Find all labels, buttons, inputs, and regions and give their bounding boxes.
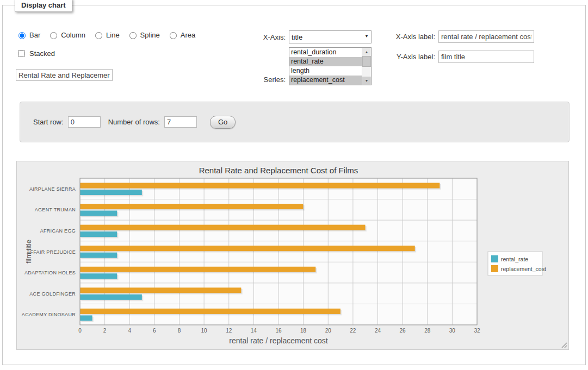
svg-text:AIRPLANE SIERRA: AIRPLANE SIERRA <box>29 186 76 192</box>
svg-text:ADAPTATION HOLES: ADAPTATION HOLES <box>24 270 76 275</box>
x-axis-label-input[interactable] <box>438 30 534 43</box>
series-option-replacement_cost[interactable]: replacement_cost <box>289 76 362 85</box>
svg-text:rental_rate: rental_rate <box>501 256 528 262</box>
chart-panel: 02468101214161820222426283032AIRPLANE SI… <box>16 161 569 350</box>
series-row: Series: rental_durationrental_ratelength… <box>220 47 372 85</box>
num-rows-label: Number of rows: <box>108 118 160 126</box>
display-chart-legend: Display chart <box>15 0 72 12</box>
rows-panel: Start row: Number of rows: Go <box>20 102 570 142</box>
svg-text:AFRICAN EGG: AFRICAN EGG <box>40 228 76 234</box>
series-label: Series: <box>220 76 286 85</box>
chart-type-radio-spline[interactable] <box>129 32 137 39</box>
chart-type-radio-area[interactable] <box>170 32 177 39</box>
svg-text:10: 10 <box>201 328 208 334</box>
x-axis-row: X-Axis: title ▼ <box>220 30 372 43</box>
svg-text:rental rate / replacement cost: rental rate / replacement cost <box>229 336 327 345</box>
svg-text:ACE GOLDFINGER: ACE GOLDFINGER <box>29 291 76 297</box>
display-chart-fieldset: Display chart BarColumnLineSplineArea St… <box>2 5 586 365</box>
chart-type-option-column[interactable]: Column <box>47 30 85 39</box>
svg-text:26: 26 <box>400 328 406 334</box>
start-row-label: Start row: <box>33 118 64 126</box>
y-axis-label-input[interactable] <box>438 51 534 63</box>
x-axis-label-row: X-Axis label: <box>351 30 534 43</box>
y-axis-label-field-label: Y-Axis label: <box>351 53 435 61</box>
chart-type-option-line[interactable]: Line <box>92 30 120 39</box>
svg-text:AFFAIR PREJUDICE: AFFAIR PREJUDICE <box>27 249 76 255</box>
stacked-checkbox[interactable] <box>18 50 25 57</box>
scroll-down-icon[interactable]: ▼ <box>362 77 371 85</box>
svg-text:2: 2 <box>103 328 107 334</box>
svg-text:22: 22 <box>350 328 356 334</box>
start-row-input[interactable] <box>68 116 101 128</box>
page: Display chart BarColumnLineSplineArea St… <box>0 0 588 370</box>
chart-canvas: 02468101214161820222426283032AIRPLANE SI… <box>17 161 568 349</box>
chart-type-option-area[interactable]: Area <box>167 30 195 39</box>
stacked-row: Stacked <box>16 48 55 59</box>
chart-type-radio-bar[interactable] <box>18 32 26 39</box>
svg-text:film title: film title <box>24 240 33 264</box>
svg-text:14: 14 <box>251 328 257 334</box>
svg-text:18: 18 <box>300 328 307 334</box>
x-axis-label: X-Axis: <box>220 33 286 41</box>
svg-text:12: 12 <box>226 328 232 334</box>
svg-text:30: 30 <box>449 328 456 334</box>
svg-text:8: 8 <box>178 328 181 334</box>
y-axis-label-row: Y-Axis label: <box>351 51 534 63</box>
svg-text:4: 4 <box>128 328 131 334</box>
chart-type-radio-line[interactable] <box>95 32 102 39</box>
chart-title-input[interactable] <box>16 69 113 81</box>
chart-type-option-bar[interactable]: Bar <box>16 30 40 39</box>
resize-handle-icon[interactable] <box>561 342 568 349</box>
svg-text:16: 16 <box>275 328 282 334</box>
svg-text:0: 0 <box>78 328 82 334</box>
chart-type-radios: BarColumnLineSplineArea <box>16 30 195 39</box>
svg-text:ACADEMY DINOSAUR: ACADEMY DINOSAUR <box>22 312 76 317</box>
go-button[interactable]: Go <box>210 116 236 129</box>
svg-text:Rental Rate and Replacement Co: Rental Rate and Replacement Cost of Film… <box>199 166 358 175</box>
svg-text:AGENT TRUMAN: AGENT TRUMAN <box>35 207 76 212</box>
series-option-length[interactable]: length <box>289 66 362 76</box>
svg-text:24: 24 <box>375 328 381 334</box>
chart-type-option-spline[interactable]: Spline <box>127 30 160 39</box>
svg-text:28: 28 <box>424 328 431 334</box>
svg-text:32: 32 <box>474 328 480 334</box>
svg-text:20: 20 <box>325 328 332 334</box>
x-axis-label-field-label: X-Axis label: <box>351 33 435 41</box>
chart-type-radio-column[interactable] <box>50 32 57 39</box>
svg-text:6: 6 <box>153 328 156 334</box>
stacked-label: Stacked <box>29 49 55 58</box>
svg-text:replacement_cost: replacement_cost <box>501 266 546 272</box>
num-rows-input[interactable] <box>164 116 197 128</box>
